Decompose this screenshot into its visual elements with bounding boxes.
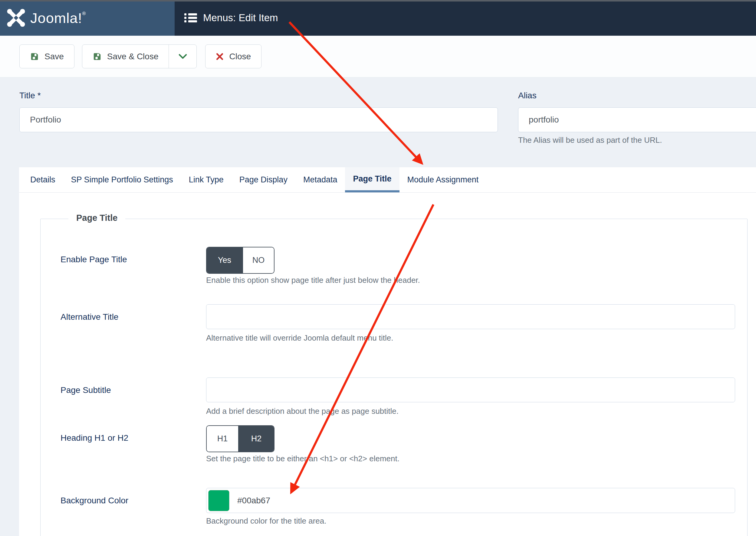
settings-tabbar: Details SP Simple Portfolio Settings Lin… (19, 167, 756, 193)
joomla-logo-icon (7, 9, 25, 27)
tab-page-title[interactable]: Page Title (345, 167, 399, 192)
page-title-bar: Menus: Edit Item (175, 0, 756, 36)
heading-help: Set the page title to be either an <h1> … (206, 454, 735, 463)
background-color-help: Background color for the title area. (206, 516, 735, 526)
title-input[interactable] (19, 107, 498, 132)
enable-page-title-help: Enable this option show page title after… (206, 276, 735, 285)
tab-details[interactable]: Details (22, 167, 63, 192)
tab-sp-simple-portfolio-settings[interactable]: SP Simple Portfolio Settings (63, 167, 181, 192)
heading-label: Heading H1 or H2 (41, 425, 206, 443)
title-field-label: Title * (19, 91, 41, 100)
tab-page-display[interactable]: Page Display (231, 167, 295, 192)
toggle-option-yes[interactable]: Yes (207, 248, 242, 273)
page-subtitle-label: Page Subtitle (41, 378, 206, 395)
fieldset-legend: Page Title (68, 213, 125, 223)
tab-module-assignment[interactable]: Module Assignment (399, 167, 487, 192)
toggle-option-no[interactable]: NO (242, 248, 274, 273)
save-close-button-group: Save & Close (82, 45, 197, 68)
enable-page-title-label: Enable Page Title (41, 247, 206, 264)
page-title: Menus: Edit Item (203, 12, 278, 23)
alternative-title-help: Alternative title will override Joomla d… (206, 333, 735, 343)
save-and-close-label: Save & Close (107, 52, 158, 61)
page-subtitle-help: Add a brief description about the page a… (206, 407, 735, 416)
chevron-down-icon (179, 54, 187, 59)
joomla-brand-bar: Joomla!® (0, 0, 175, 36)
enable-page-title-toggle: Yes NO (206, 247, 274, 274)
save-options-dropdown-button[interactable] (169, 45, 196, 68)
heading-row: Heading H1 or H2 H1 H2 Set the page titl… (41, 425, 747, 463)
toggle-option-h2[interactable]: H2 (238, 426, 274, 452)
toolbar: Save Save & Close Close (0, 36, 756, 78)
save-button[interactable]: Save (19, 45, 75, 68)
top-border-strip (0, 0, 756, 2)
alias-help-text: The Alias will be used as part of the UR… (518, 136, 662, 145)
page-subtitle-input[interactable] (206, 378, 735, 402)
background-color-label: Background Color (41, 488, 206, 505)
background-color-row: Background Color Background color for th… (41, 488, 747, 526)
save-floppy-icon (30, 52, 39, 61)
save-floppy-icon (93, 52, 102, 61)
enable-page-title-row: Enable Page Title Yes NO Enable this opt… (41, 247, 747, 285)
save-button-label: Save (45, 52, 64, 61)
tab-content-panel: Page Title Enable Page Title Yes NO Enab… (19, 193, 756, 536)
toggle-option-h1[interactable]: H1 (207, 426, 238, 452)
background-color-field (206, 488, 735, 513)
alternative-title-row: Alternative Title Alternative title will… (41, 304, 747, 343)
close-button[interactable]: Close (205, 45, 261, 68)
save-and-close-button[interactable]: Save & Close (82, 45, 169, 68)
joomla-logo-text: Joomla!® (30, 10, 86, 26)
page-title-fieldset: Page Title Enable Page Title Yes NO Enab… (40, 219, 747, 536)
page-subtitle-row: Page Subtitle Add a brief description ab… (41, 378, 747, 416)
alternative-title-label: Alternative Title (41, 304, 206, 322)
heading-toggle: H1 H2 (206, 425, 274, 452)
registered-mark: ® (82, 11, 86, 16)
tab-metadata[interactable]: Metadata (295, 167, 345, 192)
app-header: Joomla!® Menus: Edit Item (0, 0, 756, 36)
close-button-label: Close (229, 52, 251, 61)
menu-list-icon (184, 13, 197, 23)
alias-field-label: Alias (518, 91, 536, 100)
alternative-title-input[interactable] (206, 304, 735, 329)
tab-link-type[interactable]: Link Type (181, 167, 231, 192)
background-color-input[interactable] (229, 496, 733, 505)
alias-input[interactable] (518, 107, 756, 132)
close-x-icon (216, 52, 223, 60)
color-swatch[interactable] (208, 490, 229, 511)
